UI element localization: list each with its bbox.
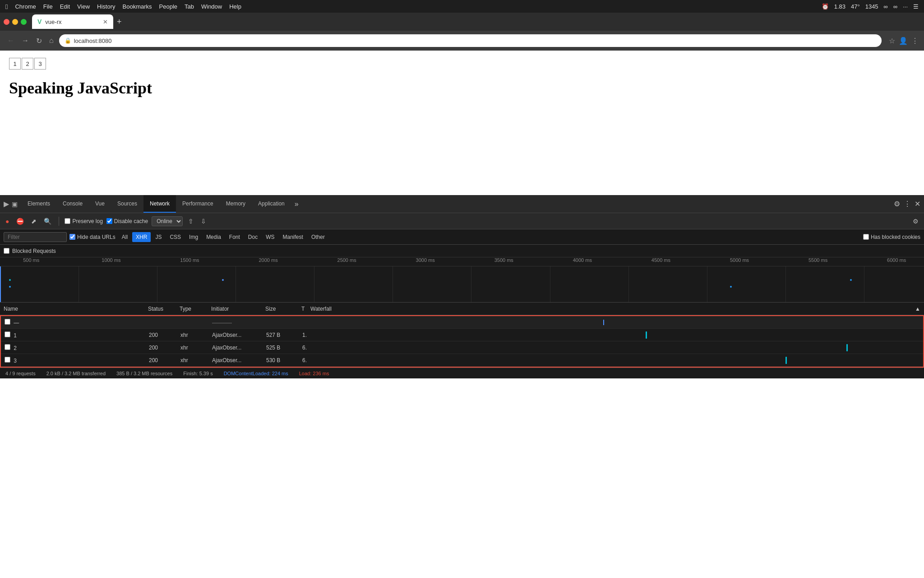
filter-font[interactable]: Font — [226, 232, 244, 242]
menu-file[interactable]: File — [43, 3, 53, 10]
address-input[interactable]: 🔒 localhost:8080 — [59, 34, 882, 47]
page-num-2[interactable]: 2 — [22, 58, 33, 70]
menu-bookmarks[interactable]: Bookmarks — [123, 3, 152, 10]
filter-css[interactable]: CSS — [166, 232, 185, 242]
table-row-1[interactable]: 1 200 xhr AjaxObser... 527 B 1. — [1, 329, 923, 341]
menu-chrome[interactable]: Chrome — [15, 3, 36, 10]
tab-sources[interactable]: Sources — [111, 195, 143, 213]
devtools-settings-icon[interactable]: ⚙ — [894, 200, 900, 208]
tab-vue[interactable]: Vue — [89, 195, 111, 213]
timeline-start-line — [0, 266, 1, 302]
separator-1 — [59, 217, 59, 226]
tab-more-button[interactable]: » — [291, 200, 302, 208]
new-tab-button[interactable]: + — [117, 17, 122, 27]
timeline-dot-2 — [9, 286, 11, 288]
devtools-select-icon[interactable]: ▶ — [4, 200, 9, 208]
filter-icon[interactable]: ⬈ — [29, 217, 38, 226]
table-row-header[interactable]: — ———— — [1, 316, 923, 329]
reload-button[interactable]: ↻ — [34, 35, 44, 47]
row3-t: 6. — [302, 357, 311, 364]
record-button[interactable]: ● — [4, 217, 11, 226]
row-header-checkbox[interactable] — [5, 319, 10, 325]
disable-cache-label[interactable]: Disable cache — [106, 218, 148, 224]
minimize-dot[interactable] — [12, 19, 18, 25]
blocked-requests-checkbox[interactable] — [4, 248, 9, 254]
devtools-inspect-icon[interactable]: ▣ — [12, 200, 18, 208]
grid-line-3 — [236, 266, 236, 302]
tab-memory[interactable]: Memory — [220, 195, 252, 213]
forward-button[interactable]: → — [20, 35, 31, 47]
vue-logo-icon: V — [37, 18, 42, 25]
preserve-log-checkbox[interactable] — [65, 218, 70, 224]
page-num-3[interactable]: 3 — [34, 58, 46, 70]
more-icon[interactable]: ··· — [903, 3, 908, 10]
menu-tab[interactable]: Tab — [185, 3, 194, 10]
row2-name: 2 — [5, 344, 149, 351]
menu-view[interactable]: View — [77, 3, 90, 10]
timeline-dot-5 — [850, 279, 852, 281]
menu-people[interactable]: People — [159, 3, 177, 10]
page-num-1[interactable]: 1 — [9, 58, 21, 70]
clear-button[interactable]: ⛔ — [14, 217, 26, 226]
sort-icon[interactable]: ▲ — [915, 306, 920, 312]
table-row-2[interactable]: 2 200 xhr AjaxObser... 525 B 6. — [1, 341, 923, 354]
timeline-label-1000: 1000 ms — [102, 257, 120, 263]
preserve-log-label[interactable]: Preserve log — [65, 218, 102, 224]
row3-checkbox[interactable] — [5, 357, 10, 363]
menubar:  Chrome File Edit View History Bookmark… — [0, 0, 924, 13]
row1-status: 200 — [149, 332, 180, 338]
menu-history[interactable]: History — [97, 3, 115, 10]
tab-performance[interactable]: Performance — [176, 195, 220, 213]
row2-checkbox[interactable] — [5, 344, 10, 350]
tab-application[interactable]: Application — [252, 195, 291, 213]
has-blocked-cookies-checkbox[interactable] — [863, 234, 869, 240]
home-button[interactable]: ⌂ — [47, 35, 55, 47]
filter-all[interactable]: All — [118, 232, 131, 242]
filter-input[interactable] — [4, 232, 67, 242]
profile-avatar[interactable]: 👤 — [899, 37, 908, 45]
filter-img[interactable]: Img — [185, 232, 202, 242]
filter-xhr[interactable]: XHR — [132, 232, 151, 242]
hide-data-urls-checkbox[interactable] — [69, 234, 75, 240]
tab-elements[interactable]: Elements — [21, 195, 56, 213]
timeline-label-1500: 1500 ms — [180, 257, 199, 263]
active-tab[interactable]: V vue-rx ✕ — [32, 14, 113, 29]
close-dot[interactable] — [4, 19, 9, 25]
filter-js[interactable]: JS — [152, 232, 165, 242]
chrome-menu-icon[interactable]: ⋮ — [911, 37, 919, 45]
filter-manifest[interactable]: Manifest — [279, 232, 307, 242]
blocked-requests-row[interactable]: Blocked Requests — [0, 245, 924, 257]
throttle-select[interactable]: Online — [152, 216, 183, 226]
row1-checkbox[interactable] — [5, 331, 10, 337]
timeline-dot-1 — [9, 279, 11, 281]
filter-doc[interactable]: Doc — [245, 232, 261, 242]
download-icon[interactable]: ⇩ — [199, 217, 208, 226]
maximize-dot[interactable] — [21, 19, 27, 25]
search-icon[interactable]: 🔍 — [42, 217, 53, 226]
menu-window[interactable]: Window — [201, 3, 222, 10]
filter-other[interactable]: Other — [308, 232, 328, 242]
list-icon[interactable]: ☰ — [913, 3, 919, 10]
hide-data-urls-label[interactable]: Hide data URLs — [69, 234, 116, 240]
back-button[interactable]: ← — [5, 35, 16, 47]
tabbar: V vue-rx ✕ + — [0, 13, 924, 31]
bookmark-icon[interactable]: ☆ — [889, 37, 895, 45]
tab-network[interactable]: Network — [143, 195, 176, 213]
upload-icon[interactable]: ⇧ — [186, 217, 195, 226]
disable-cache-checkbox[interactable] — [106, 218, 112, 224]
filter-types: All XHR JS CSS Img Media Font Doc WS Man… — [118, 232, 328, 242]
menu-help[interactable]: Help — [229, 3, 241, 10]
menu-edit[interactable]: Edit — [60, 3, 70, 10]
tab-close-button[interactable]: ✕ — [103, 19, 108, 25]
settings-icon[interactable]: ⚙ — [911, 217, 920, 226]
grid-line-2 — [157, 266, 157, 302]
has-blocked-cookies[interactable]: Has blocked cookies — [863, 234, 920, 240]
devtools-overflow-icon[interactable]: ⋮ — [904, 200, 911, 208]
apple-logo-icon[interactable]:  — [5, 3, 8, 10]
tab-console[interactable]: Console — [56, 195, 89, 213]
filter-ws[interactable]: WS — [262, 232, 278, 242]
filter-media[interactable]: Media — [203, 232, 225, 242]
devtools-close-icon[interactable]: ✕ — [915, 200, 920, 208]
row1-initiator: AjaxObser... — [212, 332, 266, 338]
table-row-3[interactable]: 3 200 xhr AjaxObser... 530 B 6. — [1, 354, 923, 367]
